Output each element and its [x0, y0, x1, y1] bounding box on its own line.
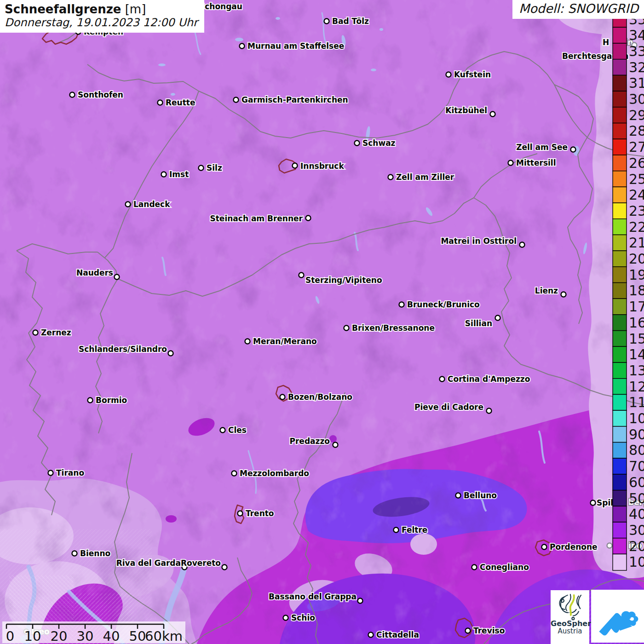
city-label: Silz — [207, 163, 222, 172]
colorbar-tick-label: 300 — [629, 522, 644, 538]
city-label: Garmisch-Partenkirchen — [242, 95, 348, 104]
colorbar-cell — [613, 522, 627, 538]
city-label: Schlanders/Silandro — [79, 345, 167, 354]
city-dot — [234, 98, 239, 103]
city-label: Sterzing/Vipiteno — [305, 276, 382, 285]
colorbar-cell — [613, 315, 627, 331]
city-label: Zell am Ziller — [396, 172, 454, 182]
city-dot — [561, 292, 566, 297]
city-dot — [472, 565, 477, 570]
scalebar-label: 50 — [129, 628, 146, 644]
geosphere-logo-subtext: Austria — [551, 627, 589, 635]
city-label: Trento — [246, 509, 274, 518]
colorbar-cell — [613, 346, 627, 362]
colorbar-cell — [613, 443, 627, 459]
city-dot — [199, 166, 204, 171]
colorbar-cell — [613, 506, 627, 522]
city-dot — [293, 163, 298, 168]
colorbar-tick-label: 3400 — [629, 27, 644, 43]
lake — [158, 63, 166, 66]
city-label: Meran/Merano — [253, 337, 317, 346]
colorbar-cell — [613, 474, 627, 490]
city-label: Rovereto — [181, 558, 221, 568]
city-label: Sonthofen — [78, 90, 123, 99]
lake — [380, 28, 383, 31]
city-dot — [456, 493, 461, 498]
city-label: Murnau am Staffelsee — [247, 41, 344, 51]
colorbar-cell — [613, 251, 627, 267]
weather-map-page: SchongauBad TölzKemptenMurnau am Staffel… — [0, 0, 644, 644]
city-label: Bormio — [96, 396, 127, 405]
city-dot — [591, 500, 596, 506]
city-dot — [115, 275, 120, 280]
scalebar-label: 20 — [51, 628, 68, 644]
city-dot — [238, 511, 243, 516]
city-dot — [542, 545, 547, 550]
scalebar-label: 30 — [77, 628, 94, 644]
city-label: Steinach am Brenner — [210, 214, 303, 223]
colorbar-tick-label: 500 — [629, 490, 644, 506]
city-label: Kitzbühel — [445, 106, 487, 115]
colorbar-cell — [613, 490, 627, 506]
colorbar-tick-label: 800 — [629, 442, 644, 458]
city-label: Cortina d'Ampezzo — [448, 374, 530, 384]
city-label: Pordenone — [550, 542, 598, 552]
colorbar-tick-label: 2800 — [629, 123, 644, 139]
lake — [371, 69, 376, 71]
city-label: Bozen/Bolzano — [288, 392, 352, 402]
colorbar-tick-label: 100 — [629, 554, 644, 570]
colorbar-cell — [613, 171, 627, 187]
geosphere-logo-box: GeoSphere Austria — [551, 590, 589, 644]
city-dot — [607, 543, 612, 548]
colorbar-cell — [613, 299, 627, 315]
colorbar-tick-label: 1800 — [629, 282, 644, 299]
colorbar-tick-label: 2900 — [629, 107, 644, 123]
city-dot — [571, 147, 576, 152]
city-label: Schongau — [199, 2, 242, 11]
city-label: Belluno — [464, 491, 497, 500]
city-dot — [48, 471, 53, 476]
colorbar-tick-label: 1100 — [629, 394, 644, 410]
city-label: Landeck — [133, 200, 170, 209]
city-dot — [358, 598, 363, 604]
colorbar-tick-label: 2300 — [629, 203, 644, 219]
city-dot — [508, 161, 513, 166]
colorbar-cell — [613, 91, 627, 107]
colorbar-tick-label: 2600 — [629, 155, 644, 171]
colorbar-tick-label: 1300 — [629, 362, 644, 379]
city-label: Matrei in Osttirol — [441, 236, 517, 246]
city-label: Cles — [228, 426, 247, 435]
colorbar-tick-label: 1000 — [629, 410, 644, 426]
city-dot — [388, 175, 393, 180]
city-dot — [495, 316, 500, 321]
city-dot — [324, 19, 329, 24]
city-dot — [355, 141, 360, 146]
city-label: Zell am See — [516, 143, 568, 152]
city-dot — [490, 112, 495, 117]
colorbar-cell — [613, 203, 627, 219]
city-dot — [72, 551, 77, 556]
colorbar-cell — [613, 410, 627, 426]
colorbar-tick-label: 1200 — [629, 379, 644, 395]
colorbar-cell — [613, 43, 627, 59]
city-label: Zernez — [41, 328, 71, 337]
city-label: Mezzolombardo — [240, 469, 309, 478]
city-label: Riva del Garda — [116, 558, 181, 568]
title-variable: Schneefallgrenze — [5, 2, 121, 16]
colorbar-tick-label: 2500 — [629, 171, 644, 187]
city-label: Nauders — [76, 268, 113, 277]
model-label: Modell: SNOWGRID — [519, 1, 638, 16]
colorbar-tick-label: 1700 — [629, 299, 644, 315]
colorbar-cell — [613, 394, 627, 410]
lake — [171, 93, 175, 96]
colorbar-cell — [613, 379, 627, 395]
title-datetime: Donnerstag, 19.01.2023 12:00 Uhr — [5, 16, 198, 29]
city-label: Schio — [291, 613, 315, 622]
city-label: Sillian — [465, 319, 492, 328]
colorbar-tick-label: 1600 — [629, 315, 644, 331]
city-label: Bruneck/Brunico — [407, 300, 480, 309]
colorbar-cell — [613, 554, 627, 570]
city-label: Schwaz — [362, 138, 396, 148]
city-dot — [399, 302, 404, 307]
colorbar-cell — [613, 123, 627, 139]
